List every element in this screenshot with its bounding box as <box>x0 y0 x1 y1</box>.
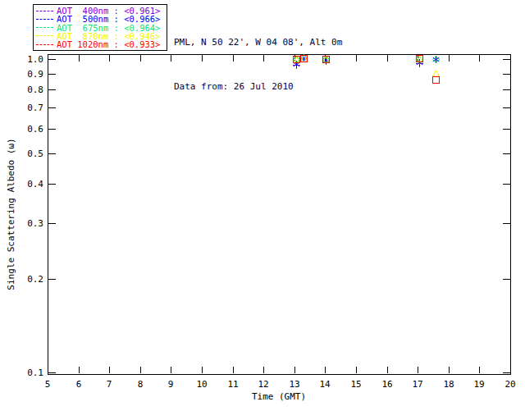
legend-label: AOT 675nm : <0.964> <box>57 24 160 32</box>
x-tick-label: 5 <box>34 379 62 390</box>
x-tick-label: 15 <box>342 379 370 390</box>
x-tick-label: 10 <box>188 379 216 390</box>
x-tick-label: 11 <box>219 379 247 390</box>
x-tick-label: 17 <box>404 379 431 390</box>
legend-line-sample <box>36 11 53 11</box>
legend-label: AOT 500nm : <0.966> <box>57 15 160 23</box>
x-tick-label: 7 <box>95 379 123 390</box>
legend-line-sample <box>36 19 53 20</box>
x-tick-label: 13 <box>281 379 308 390</box>
x-tick-label: 9 <box>157 379 185 390</box>
x-tick-label: 6 <box>65 379 93 390</box>
x-tick-label: 19 <box>465 379 493 390</box>
legend-line-sample <box>36 44 53 45</box>
y-axis-label: Single Scattering Albedo (ω) <box>6 138 16 290</box>
y-tick-label: 0.2 <box>19 274 43 285</box>
legend-box: AOT 400nm : <0.961>AOT 500nm : <0.966>AO… <box>33 4 167 51</box>
y-tick-label: 0.3 <box>19 218 43 229</box>
y-tick-label: 0.9 <box>19 69 43 80</box>
legend-row: AOT 500nm : <0.966> <box>36 15 164 23</box>
station-info-line: PML, N 50 22', W 04 08', Alt 0m <box>174 35 342 50</box>
x-tick-label: 18 <box>435 379 463 390</box>
y-tick-label: 0.5 <box>19 148 43 159</box>
x-tick-label: 14 <box>311 379 339 390</box>
legend-line-sample <box>36 35 53 36</box>
y-tick-label: 0.7 <box>19 103 43 113</box>
legend-row: AOT 675nm : <0.964> <box>36 24 164 32</box>
x-tick-label: 8 <box>126 379 154 390</box>
legend-row: AOT 1020nm : <0.933> <box>36 40 164 48</box>
legend-line-sample <box>36 27 53 28</box>
x-axis-label: Time (GMT) <box>252 391 306 402</box>
y-tick-label: 0.8 <box>19 84 43 95</box>
y-tick-label: 0.1 <box>19 368 43 378</box>
plot-frame <box>48 54 511 375</box>
y-tick-label: 0.6 <box>19 124 43 135</box>
x-tick-label: 16 <box>373 379 401 390</box>
legend-label: AOT 1020nm : <0.933> <box>57 40 160 48</box>
x-tick-label: 12 <box>249 379 277 390</box>
x-tick-label: 20 <box>496 379 524 390</box>
y-tick-label: 1.0 <box>19 54 43 65</box>
y-tick-label: 0.4 <box>19 179 43 189</box>
